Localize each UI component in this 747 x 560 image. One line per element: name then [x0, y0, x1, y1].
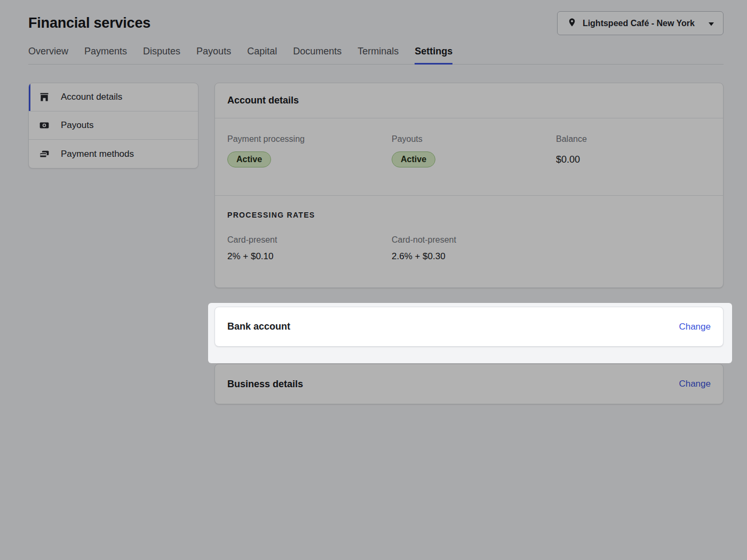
- tab-terminals[interactable]: Terminals: [357, 46, 399, 64]
- processing-rates-section: PROCESSING RATES Card-present 2% + $0.10…: [215, 195, 723, 287]
- sidebar-item-payment-methods[interactable]: Payment methods: [29, 140, 198, 168]
- tab-bar: Overview Payments Disputes Payouts Capit…: [28, 46, 724, 65]
- status-balance: Balance $0.00: [556, 134, 711, 167]
- sidebar-item-payouts[interactable]: Payouts: [29, 111, 198, 140]
- status-badge: Active: [392, 151, 435, 167]
- account-details-card: Account details Payment processing Activ…: [214, 83, 724, 288]
- field-label: Card-present: [227, 235, 392, 245]
- card-title: Business details: [227, 379, 303, 390]
- rate-card-present: Card-present 2% + $0.10: [227, 235, 392, 262]
- rate-value: 2% + $0.10: [227, 251, 392, 262]
- status-payouts: Payouts Active: [392, 134, 556, 167]
- field-label: Card-not-present: [392, 235, 556, 245]
- status-badge: Active: [227, 151, 271, 167]
- settings-sidebar: Account details Payouts Payment methods: [28, 83, 198, 169]
- credit-card-icon: [39, 149, 50, 159]
- location-label: Lightspeed Café - New York: [583, 19, 695, 28]
- card-title: Bank account: [227, 321, 290, 332]
- tab-payments[interactable]: Payments: [84, 46, 127, 64]
- sidebar-item-label: Payment methods: [61, 149, 134, 159]
- field-label: Payouts: [392, 134, 556, 144]
- tab-payouts[interactable]: Payouts: [196, 46, 231, 64]
- location-selector[interactable]: Lightspeed Café - New York: [557, 11, 724, 35]
- tab-settings[interactable]: Settings: [415, 46, 452, 64]
- page-title: Financial services: [28, 15, 150, 31]
- card-title: Account details: [227, 95, 299, 106]
- bank-account-change-link[interactable]: Change: [679, 322, 711, 332]
- account-details-header: Account details: [215, 83, 723, 118]
- financial-services-page: Financial services Lightspeed Café - New…: [0, 0, 747, 560]
- rate-value: 2.6% + $0.30: [392, 251, 556, 262]
- settings-main: Account details Payment processing Activ…: [214, 83, 724, 404]
- status-payment-processing: Payment processing Active: [227, 134, 392, 167]
- field-label: Balance: [556, 134, 711, 144]
- bank-account-card: Bank account Change: [214, 307, 724, 347]
- business-details-change-link[interactable]: Change: [679, 379, 711, 389]
- map-pin-icon: [567, 18, 577, 29]
- tab-documents[interactable]: Documents: [293, 46, 341, 64]
- tab-disputes[interactable]: Disputes: [143, 46, 180, 64]
- rate-card-not-present: Card-not-present 2.6% + $0.30: [392, 235, 556, 262]
- sidebar-item-label: Payouts: [61, 120, 93, 131]
- chevron-down-icon: [708, 19, 714, 28]
- account-status-section: Payment processing Active Payouts Active: [215, 118, 723, 195]
- sidebar-item-label: Account details: [61, 92, 122, 102]
- business-details-card: Business details Change: [214, 364, 724, 404]
- tab-overview[interactable]: Overview: [28, 46, 68, 64]
- balance-value: $0.00: [556, 154, 580, 165]
- storefront-icon: [39, 92, 50, 102]
- sidebar-item-account-details[interactable]: Account details: [29, 83, 198, 111]
- section-heading: PROCESSING RATES: [227, 211, 711, 219]
- page-header: Financial services Lightspeed Café - New…: [28, 0, 724, 35]
- banknote-icon: [39, 120, 50, 131]
- field-label: Payment processing: [227, 134, 392, 144]
- tab-capital[interactable]: Capital: [247, 46, 277, 64]
